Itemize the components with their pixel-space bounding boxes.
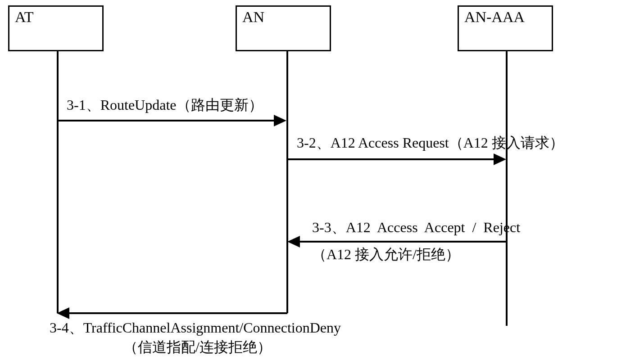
msg-2-line xyxy=(287,158,494,160)
msg-3-arrow-icon xyxy=(287,236,300,248)
lifeline-at xyxy=(57,51,59,313)
participant-an-label: AN xyxy=(242,9,264,25)
msg-3-text-b: （A12 接入允许/拒绝） xyxy=(312,245,460,264)
msg-1-line xyxy=(58,120,274,122)
msg-1-text: 3-1、RouteUpdate（路由更新） xyxy=(67,95,263,115)
participant-an-aaa: AN-AAA xyxy=(458,5,553,51)
lifeline-an-aaa xyxy=(506,51,508,326)
participant-an: AN xyxy=(236,5,331,51)
msg-3-line xyxy=(300,241,507,243)
msg-2-text: 3-2、A12 Access Request（A12 接入请求） xyxy=(297,133,564,153)
msg-4-arrow-icon xyxy=(57,307,69,319)
participant-at: AT xyxy=(8,5,104,51)
lifeline-an xyxy=(286,51,288,313)
participant-an-aaa-label: AN-AAA xyxy=(464,9,525,25)
participant-at-label: AT xyxy=(15,9,34,25)
msg-4-line xyxy=(69,312,287,314)
msg-2-arrow-icon xyxy=(494,153,506,165)
msg-3-text-a: 3-3、A12 Access Accept / Reject xyxy=(312,218,520,237)
msg-4-text-b: （信道指配/连接拒绝） xyxy=(123,338,272,357)
msg-4-text-a: 3-4、TrafficChannelAssignment/ConnectionD… xyxy=(50,318,341,338)
msg-1-arrow-icon xyxy=(274,115,286,126)
